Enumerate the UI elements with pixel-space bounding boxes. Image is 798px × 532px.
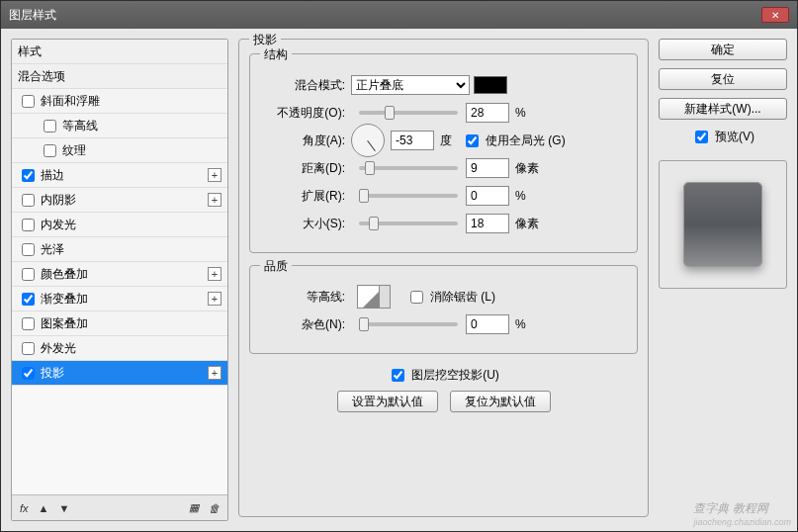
- sidebar-item-checkbox[interactable]: [44, 120, 56, 133]
- noise-input[interactable]: [466, 314, 509, 334]
- sidebar-item-checkbox[interactable]: [22, 317, 35, 330]
- antialias-checkbox[interactable]: [410, 291, 423, 304]
- sidebar-item-label: 描边: [41, 167, 64, 184]
- distance-input[interactable]: [466, 158, 509, 178]
- ok-button[interactable]: 确定: [659, 39, 787, 60]
- sidebar-item-checkbox[interactable]: [22, 268, 35, 281]
- right-panel: 确定 复位 新建样式(W)... 预览(V): [659, 39, 787, 521]
- sidebar-item-4[interactable]: 内阴影+: [12, 188, 227, 213]
- expand-icon[interactable]: +: [208, 292, 222, 306]
- sidebar-item-8[interactable]: 渐变叠加+: [12, 287, 227, 311]
- sidebar-item-label: 光泽: [41, 241, 64, 258]
- angle-input[interactable]: [391, 131, 434, 150]
- knockout-checkbox[interactable]: [392, 369, 404, 382]
- arrow-up-icon[interactable]: ▲: [39, 502, 49, 514]
- quality-group: 品质 等高线: 消除锯齿 (L) 杂色(N): %: [249, 265, 638, 354]
- sidebar-item-checkbox[interactable]: [22, 219, 35, 231]
- distance-unit: 像素: [515, 160, 539, 177]
- angle-label: 角度(A):: [262, 133, 351, 149]
- sidebar-item-checkbox[interactable]: [22, 194, 35, 207]
- sidebar-item-3[interactable]: 描边+: [12, 163, 227, 188]
- color-swatch[interactable]: [474, 76, 507, 94]
- antialias[interactable]: 消除锯齿 (L): [406, 288, 495, 307]
- expand-icon[interactable]: +: [208, 366, 222, 380]
- sidebar-item-11[interactable]: 投影+: [12, 361, 227, 386]
- reset-default-button[interactable]: 复位为默认值: [450, 391, 551, 412]
- expand-icon[interactable]: +: [208, 267, 222, 281]
- knockout-row[interactable]: 图层挖空投影(U): [249, 366, 638, 385]
- sidebar-item-1[interactable]: 等高线: [12, 114, 227, 138]
- preview-thumbnail: [683, 182, 762, 267]
- angle-dial[interactable]: [351, 124, 385, 157]
- sidebar-item-checkbox[interactable]: [22, 293, 35, 306]
- noise-unit: %: [515, 317, 526, 331]
- size-slider[interactable]: [359, 222, 458, 225]
- spread-input[interactable]: [466, 186, 509, 206]
- quality-title: 品质: [260, 258, 292, 275]
- sidebar-item-label: 渐变叠加: [41, 291, 88, 308]
- spread-label: 扩展(R):: [262, 188, 351, 205]
- sidebar-item-label: 斜面和浮雕: [41, 93, 100, 110]
- expand-icon[interactable]: +: [208, 193, 222, 207]
- opacity-input[interactable]: [466, 103, 509, 123]
- structure-title: 结构: [260, 46, 292, 63]
- close-button[interactable]: ✕: [761, 7, 789, 23]
- cancel-button[interactable]: 复位: [659, 68, 787, 90]
- sidebar-item-5[interactable]: 内发光: [12, 213, 227, 237]
- sidebar-item-checkbox[interactable]: [22, 95, 35, 108]
- sidebar-item-7[interactable]: 颜色叠加+: [12, 262, 227, 287]
- titlebar[interactable]: 图层样式 ✕: [1, 1, 797, 29]
- sidebar-item-checkbox[interactable]: [44, 144, 56, 157]
- trash-icon[interactable]: 🗑: [209, 502, 220, 514]
- noise-slider[interactable]: [359, 322, 458, 326]
- sidebar-item-checkbox[interactable]: [22, 243, 35, 256]
- arrow-down-icon[interactable]: ▼: [58, 502, 69, 514]
- blend-mode-select[interactable]: 正片叠底: [351, 75, 470, 95]
- opacity-unit: %: [515, 106, 526, 120]
- sidebar-item-checkbox[interactable]: [22, 342, 35, 355]
- sidebar-item-label: 等高线: [62, 118, 98, 134]
- sidebar-item-label: 内阴影: [41, 192, 76, 209]
- layer-style-dialog: 图层样式 ✕ 样式 混合选项 斜面和浮雕等高线纹理描边+内阴影+内发光光泽颜色叠…: [0, 0, 798, 532]
- size-label: 大小(S):: [262, 216, 351, 232]
- sidebar-footer: fx ▲ ▼ ▦ 🗑: [12, 494, 227, 520]
- sidebar-item-checkbox[interactable]: [22, 169, 35, 182]
- sidebar-item-label: 纹理: [62, 142, 86, 159]
- size-unit: 像素: [515, 216, 539, 232]
- structure-group: 结构 混合模式: 正片叠底 不透明度(O): % 角度(A):: [249, 53, 638, 253]
- new-style-button[interactable]: 新建样式(W)...: [659, 98, 787, 120]
- preview-toggle[interactable]: 预览(V): [659, 128, 787, 146]
- styles-sidebar: 样式 混合选项 斜面和浮雕等高线纹理描边+内阴影+内发光光泽颜色叠加+渐变叠加+…: [11, 39, 228, 521]
- window-title: 图层样式: [9, 7, 56, 24]
- distance-slider[interactable]: [359, 166, 458, 170]
- sidebar-header-blend[interactable]: 混合选项: [12, 64, 227, 89]
- watermark: 查字典 教程网 jiaocheng.chazidian.com: [693, 499, 791, 527]
- dialog-content: 样式 混合选项 斜面和浮雕等高线纹理描边+内阴影+内发光光泽颜色叠加+渐变叠加+…: [1, 29, 797, 531]
- contour-picker[interactable]: [357, 285, 391, 309]
- sidebar-item-label: 颜色叠加: [41, 266, 88, 283]
- sidebar-item-2[interactable]: 纹理: [12, 138, 227, 163]
- sidebar-item-9[interactable]: 图案叠加: [12, 311, 227, 336]
- extra-icon[interactable]: ▦: [189, 501, 199, 514]
- sidebar-item-0[interactable]: 斜面和浮雕: [12, 89, 227, 114]
- spread-unit: %: [515, 189, 526, 203]
- sidebar-header-styles[interactable]: 样式: [12, 40, 227, 64]
- set-default-button[interactable]: 设置为默认值: [337, 391, 438, 412]
- preview-box: [659, 160, 787, 289]
- size-input[interactable]: [466, 214, 509, 233]
- sidebar-item-10[interactable]: 外发光: [12, 336, 227, 361]
- expand-icon[interactable]: +: [208, 168, 222, 182]
- sidebar-item-label: 投影: [41, 365, 64, 382]
- use-global-checkbox[interactable]: [466, 134, 479, 147]
- angle-unit: 度: [440, 133, 452, 149]
- blend-mode-label: 混合模式:: [262, 77, 351, 94]
- preview-checkbox[interactable]: [695, 131, 708, 143]
- sidebar-item-6[interactable]: 光泽: [12, 237, 227, 262]
- sidebar-item-label: 图案叠加: [41, 315, 88, 332]
- opacity-slider[interactable]: [359, 111, 458, 115]
- noise-label: 杂色(N):: [262, 316, 351, 333]
- fx-icon[interactable]: fx: [20, 502, 29, 514]
- use-global-light[interactable]: 使用全局光 (G): [462, 132, 566, 150]
- spread-slider[interactable]: [359, 194, 458, 198]
- sidebar-item-checkbox[interactable]: [22, 367, 35, 380]
